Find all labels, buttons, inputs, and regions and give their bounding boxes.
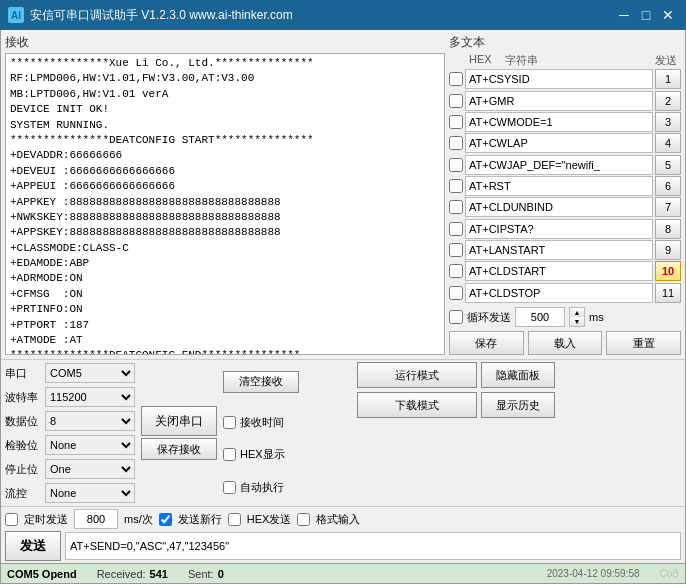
loop-interval-input[interactable] [515, 307, 565, 327]
col-headers: HEX 字符串 发送 [449, 53, 681, 68]
cmd-input-3[interactable] [465, 133, 653, 153]
cmd-row: 5 [449, 154, 681, 174]
multitext-action-buttons: 保存 载入 重置 [449, 331, 681, 355]
auto-exec-checkbox[interactable] [223, 481, 236, 494]
parity-label: 检验位 [5, 438, 43, 453]
multitext-panel: 多文本 HEX 字符串 发送 1234567891011 循环发送 ▲ ▼ ms [449, 34, 681, 355]
cmd-hex-checkbox-5[interactable] [449, 179, 463, 193]
cmd-input-2[interactable] [465, 112, 653, 132]
cmd-send-btn-4[interactable]: 5 [655, 155, 681, 175]
format-input-label: 格式输入 [316, 512, 360, 527]
run-mode-button[interactable]: 运行模式 [357, 362, 477, 388]
port-label: 串口 [5, 366, 43, 381]
cmd-send-btn-9[interactable]: 10 [655, 261, 681, 281]
cmd-input-5[interactable] [465, 176, 653, 196]
mode-buttons: 运行模式 下载模式 [357, 362, 477, 504]
mid-section: 串口 COM5 波特率 115200 数据位 8 检验位 No [1, 359, 685, 506]
format-input-checkbox[interactable] [297, 513, 310, 526]
baud-select[interactable]: 115200 [45, 387, 135, 407]
extra-buttons: 隐藏面板 显示历史 [481, 362, 555, 504]
reset-config-button[interactable]: 重置 [606, 331, 681, 355]
hide-panel-button[interactable]: 隐藏面板 [481, 362, 555, 388]
newline-label: 发送新行 [178, 512, 222, 527]
parity-row: 检验位 None [5, 434, 135, 456]
cmd-input-0[interactable] [465, 69, 653, 89]
flow-select[interactable]: None [45, 483, 135, 503]
minimize-button[interactable]: ─ [614, 5, 634, 25]
send-text-input[interactable] [65, 532, 681, 560]
cmd-input-9[interactable] [465, 261, 653, 281]
cmd-send-btn-3[interactable]: 4 [655, 133, 681, 153]
cmd-hex-checkbox-8[interactable] [449, 243, 463, 257]
loop-spin-up[interactable]: ▲ [570, 308, 584, 317]
port-row: 串口 COM5 [5, 362, 135, 384]
send-button[interactable]: 发送 [5, 531, 61, 561]
save-config-button[interactable]: 保存 [449, 331, 524, 355]
cmd-hex-checkbox-7[interactable] [449, 222, 463, 236]
send-options-row: 定时发送 ms/次 发送新行 HEX发送 格式输入 [5, 509, 681, 529]
cmd-send-btn-5[interactable]: 6 [655, 176, 681, 196]
cmd-hex-checkbox-9[interactable] [449, 264, 463, 278]
cmd-input-4[interactable] [465, 155, 653, 175]
cmd-hex-checkbox-6[interactable] [449, 200, 463, 214]
recv-time-checkbox[interactable] [223, 416, 236, 429]
cmd-row: 9 [449, 240, 681, 260]
hex-display-row: HEX显示 [223, 447, 353, 462]
timed-send-label: 定时发送 [24, 512, 68, 527]
titlebar: AI 安信可串口调试助手 V1.2.3.0 www.ai-thinker.com… [0, 0, 686, 30]
hex-display-checkbox[interactable] [223, 448, 236, 461]
port-select[interactable]: COM5 [45, 363, 135, 383]
close-button[interactable]: ✕ [658, 5, 678, 25]
cmd-hex-checkbox-0[interactable] [449, 72, 463, 86]
hex-send-checkbox[interactable] [228, 513, 241, 526]
cmd-input-1[interactable] [465, 91, 653, 111]
cmd-hex-checkbox-10[interactable] [449, 286, 463, 300]
cmd-send-btn-10[interactable]: 11 [655, 283, 681, 303]
cmd-hex-checkbox-3[interactable] [449, 136, 463, 150]
received-status: Received: 541 [97, 568, 168, 580]
download-mode-button[interactable]: 下载模式 [357, 392, 477, 418]
parity-select[interactable]: None [45, 435, 135, 455]
cmd-send-btn-8[interactable]: 9 [655, 240, 681, 260]
cmd-input-6[interactable] [465, 197, 653, 217]
cmd-send-btn-2[interactable]: 3 [655, 112, 681, 132]
sent-label: Sent: [188, 568, 214, 580]
cmd-list: 1234567891011 [449, 69, 681, 303]
newline-checkbox[interactable] [159, 513, 172, 526]
databit-select[interactable]: 8 [45, 411, 135, 431]
received-label: Received: [97, 568, 146, 580]
show-history-button[interactable]: 显示历史 [481, 392, 555, 418]
mode-row-1: 运行模式 [357, 362, 477, 388]
receive-textarea[interactable]: ***************Xue Li Co., Ltd.*********… [5, 53, 445, 355]
flow-row: 流控 None [5, 482, 135, 504]
cmd-send-btn-1[interactable]: 2 [655, 91, 681, 111]
save-recv-button[interactable]: 保存接收 [141, 438, 217, 460]
cmd-hex-checkbox-4[interactable] [449, 158, 463, 172]
cmd-send-btn-6[interactable]: 7 [655, 197, 681, 217]
timed-send-checkbox[interactable] [5, 513, 18, 526]
cmd-send-btn-0[interactable]: 1 [655, 69, 681, 89]
open-port-button[interactable]: 关闭串口 [141, 406, 217, 436]
clear-recv-button[interactable]: 清空接收 [223, 371, 299, 393]
cmd-input-8[interactable] [465, 240, 653, 260]
loop-spin[interactable]: ▲ ▼ [569, 307, 585, 327]
receive-label: 接收 [5, 34, 445, 51]
stopbit-select[interactable]: One [45, 459, 135, 479]
recv-time-row: 接收时间 [223, 415, 353, 430]
cmd-input-10[interactable] [465, 283, 653, 303]
loop-spin-down[interactable]: ▼ [570, 317, 584, 326]
app-title: 安信可串口调试助手 V1.2.3.0 www.ai-thinker.com [30, 7, 614, 24]
watermark: CoB [660, 568, 679, 579]
cmd-hex-checkbox-2[interactable] [449, 115, 463, 129]
cmd-send-btn-7[interactable]: 8 [655, 219, 681, 239]
load-config-button[interactable]: 载入 [528, 331, 603, 355]
loop-send-checkbox[interactable] [449, 310, 463, 324]
cmd-input-7[interactable] [465, 219, 653, 239]
bottom-section: 定时发送 ms/次 发送新行 HEX发送 格式输入 发送 [1, 506, 685, 563]
hex-send-label: HEX发送 [247, 512, 292, 527]
send-interval-input[interactable] [74, 509, 118, 529]
window-controls: ─ □ ✕ [614, 5, 678, 25]
maximize-button[interactable]: □ [636, 5, 656, 25]
cmd-hex-checkbox-1[interactable] [449, 94, 463, 108]
app-icon: AI [8, 7, 24, 23]
